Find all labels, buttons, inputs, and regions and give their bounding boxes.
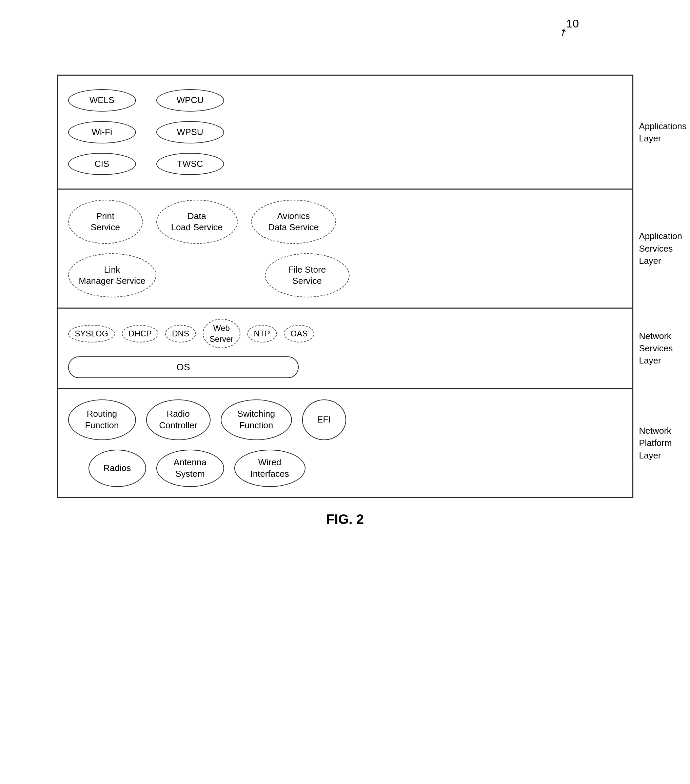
apps-grid: WELS WPCU Wi-Fi WPSU CIS TWSC (68, 86, 622, 178)
main-diagram: WELS WPCU Wi-Fi WPSU CIS TWSC Applicatio… (57, 74, 633, 498)
os-pill: OS (68, 356, 299, 378)
net-services-content: SYSLOG DHCP DNS WebServer NTP OAS OS (68, 319, 622, 378)
wels-oval: WELS (68, 89, 136, 112)
dns-oval: DNS (165, 325, 196, 343)
app-services-rows: PrintService DataLoad Service AvionicsDa… (68, 200, 622, 297)
dhcp-oval: DHCP (122, 325, 158, 343)
file-store-service-oval: File StoreService (265, 253, 349, 297)
syslog-oval: SYSLOG (68, 325, 115, 343)
net-platform-row1: RoutingFunction RadioController Switchin… (68, 399, 622, 440)
net-services-ovals: SYSLOG DHCP DNS WebServer NTP OAS (68, 319, 622, 348)
fig-label: FIG. 2 (326, 512, 364, 527)
link-manager-service-oval: LinkManager Service (68, 253, 156, 297)
diagram-id-label: 10 (566, 17, 579, 30)
switching-function-oval: SwitchingFunction (221, 399, 292, 440)
main-frame: WELS WPCU Wi-Fi WPSU CIS TWSC Applicatio… (57, 74, 633, 498)
net-platform-layer-label: NetworkPlatformLayer (639, 425, 690, 461)
app-services-layer-label: ApplicationServicesLayer (639, 230, 690, 267)
wifi-oval: Wi-Fi (68, 121, 136, 143)
oas-oval: OAS (284, 325, 315, 343)
app-services-layer: PrintService DataLoad Service AvionicsDa… (58, 189, 632, 309)
net-services-layer-label: NetworkServicesLayer (639, 330, 690, 367)
twsc-oval: TWSC (156, 153, 224, 175)
wired-interfaces-oval: WiredInterfaces (234, 450, 306, 487)
applications-layer: WELS WPCU Wi-Fi WPSU CIS TWSC Applicatio… (58, 76, 632, 189)
data-load-service-oval: DataLoad Service (156, 200, 238, 244)
radios-oval: Radios (89, 450, 146, 487)
wpcu-oval: WPCU (156, 89, 224, 112)
net-platform-content: RoutingFunction RadioController Switchin… (68, 399, 622, 487)
antenna-system-oval: AntennaSystem (156, 450, 224, 487)
network-platform-layer: RoutingFunction RadioController Switchin… (58, 389, 632, 497)
app-services-row2: LinkManager Service File StoreService (68, 253, 622, 297)
print-service-oval: PrintService (68, 200, 143, 244)
network-services-layer: SYSLOG DHCP DNS WebServer NTP OAS OS Net… (58, 309, 632, 389)
routing-function-oval: RoutingFunction (68, 399, 136, 440)
radio-controller-oval: RadioController (146, 399, 211, 440)
ntp-oval: NTP (247, 325, 277, 343)
efi-oval: EFI (302, 399, 346, 440)
avionics-data-service-oval: AvionicsData Service (251, 200, 336, 244)
app-services-row1: PrintService DataLoad Service AvionicsDa… (68, 200, 622, 244)
applications-layer-label: ApplicationsLayer (639, 120, 690, 145)
net-platform-row2: Radios AntennaSystem WiredInterfaces (68, 450, 622, 487)
web-server-oval: WebServer (203, 319, 240, 348)
wpsu-oval: WPSU (156, 121, 224, 143)
cis-oval: CIS (68, 153, 136, 175)
